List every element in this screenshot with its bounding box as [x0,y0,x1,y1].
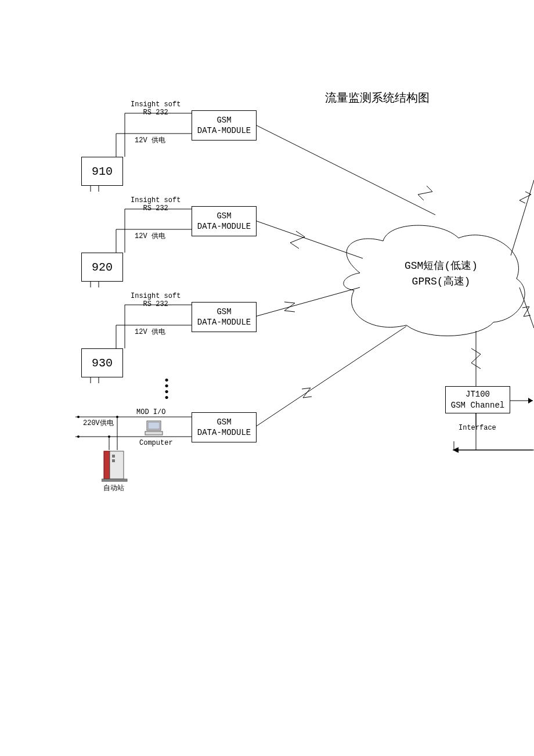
jt100-module: JT100 GSM Channel [445,386,510,413]
jt100-line1: JT100 [466,389,490,399]
cloud-line2: GPRS(高速) [383,274,499,290]
label-12v-3: 12V 供电 [135,327,165,337]
device-930: 930 [81,348,123,377]
label-220v: 220V供电 [83,418,114,428]
gsm3-line1: GSM [217,307,231,317]
label-modio: MOD I/O [136,408,165,416]
device-920: 920 [81,253,123,282]
diagram-title: 流量监测系统结构图 [325,90,430,106]
svg-point-21 [108,435,110,438]
device-910: 910 [81,157,123,186]
jt100-line2: GSM Channel [451,400,504,411]
gsm-module-1: GSM DATA-MODULE [192,110,257,141]
gsm3-line2: DATA-MODULE [197,317,251,327]
label-insight-3: Insight soft RS 232 [131,292,181,308]
cloud-label: GSM短信(低速) GPRS(高速) [383,258,499,290]
svg-point-22 [77,416,80,418]
label-12v-2: 12V 供电 [135,231,165,241]
gsm1-line2: DATA-MODULE [197,125,251,136]
gsm2-line2: DATA-MODULE [197,221,251,232]
svg-rect-49 [110,451,124,479]
label-insight-1: Insight soft RS 232 [131,100,181,117]
label-autostation: 自动站 [103,483,124,493]
label-computer: Computer [139,439,173,447]
svg-marker-27 [528,398,533,404]
gsm-module-2: GSM DATA-MODULE [192,206,257,236]
label-insight-2: Insight soft RS 232 [131,196,181,213]
svg-rect-50 [112,455,115,458]
ellipsis-icon: •••• [164,377,169,401]
svg-point-23 [77,435,80,438]
gsm-module-3: GSM DATA-MODULE [192,302,257,332]
label-12v-1: 12V 供电 [135,135,165,145]
cloud-line1: GSM短信(低速) [383,258,499,274]
svg-rect-45 [147,421,161,430]
label-interface: Interface [459,424,496,432]
autostation-icon [102,450,534,756]
svg-rect-46 [148,422,160,429]
svg-point-19 [116,416,118,418]
gsm1-line1: GSM [217,115,231,125]
gsm2-line1: GSM [217,211,231,221]
svg-rect-47 [145,431,163,435]
svg-rect-52 [102,479,127,481]
svg-rect-51 [112,459,115,462]
svg-rect-48 [104,451,110,479]
